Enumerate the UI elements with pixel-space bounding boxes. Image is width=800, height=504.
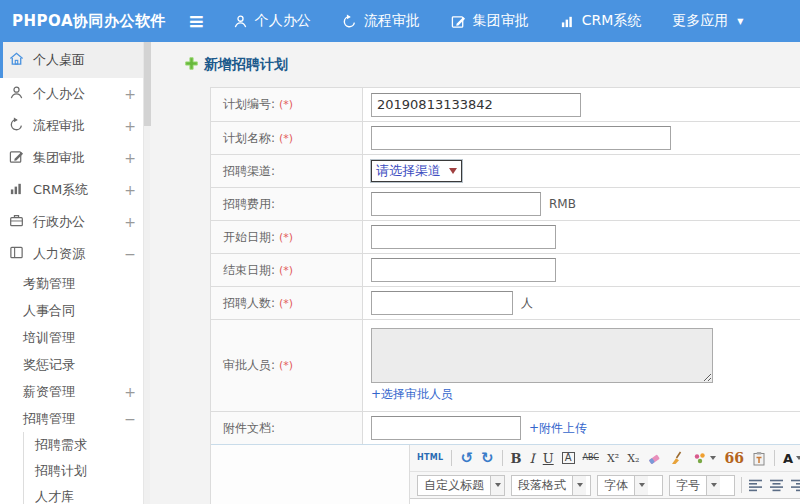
- sidebar-item-rewards[interactable]: 奖惩记录: [23, 351, 150, 378]
- undo-icon[interactable]: ↺: [460, 451, 473, 466]
- clean-format-brush-icon[interactable]: [670, 451, 685, 465]
- book-icon: [9, 245, 24, 263]
- required-mark: (*): [279, 132, 293, 145]
- scrollbar-thumb[interactable]: [144, 42, 151, 126]
- bar-chart-icon: [9, 181, 24, 199]
- align-right-icon[interactable]: [790, 479, 800, 492]
- sidebar-item-hr[interactable]: 人力资源 −: [0, 238, 150, 270]
- form-row: 计划编号: (*): [211, 88, 800, 121]
- form-row: 结束日期: (*): [211, 253, 800, 286]
- app-logo: PHPOA协同办公软件: [0, 12, 188, 31]
- paste-text-icon[interactable]: [752, 451, 766, 466]
- nav-label: 集团审批: [473, 12, 529, 30]
- html-source-button[interactable]: HTML: [417, 454, 443, 462]
- sidebar-item-attendance[interactable]: 考勤管理: [23, 270, 150, 297]
- superscript-button[interactable]: X²: [607, 453, 619, 464]
- field-label: 招聘人数:: [223, 295, 275, 312]
- sidebar-item-recruitment[interactable]: 招聘管理 −: [23, 405, 150, 432]
- field-label: 计划名称:: [223, 130, 275, 147]
- eraser-icon[interactable]: [647, 451, 662, 465]
- nav-label: 更多应用: [672, 12, 728, 30]
- nav-more-apps[interactable]: 更多应用 ▼: [672, 12, 743, 30]
- attachment-upload-link[interactable]: +附件上传: [529, 420, 587, 437]
- approver-textarea[interactable]: [371, 328, 713, 383]
- form-row-editor: HTML ↺ ↻ B I U A ABC X² X₂: [211, 444, 800, 504]
- subscript-button[interactable]: X₂: [627, 453, 639, 464]
- hamburger-menu-icon[interactable]: ≡: [188, 11, 205, 31]
- nav-group-approval[interactable]: 集团审批: [451, 12, 529, 30]
- sidebar-item-personal-office[interactable]: 个人办公 +: [0, 78, 150, 110]
- field-label: 结束日期:: [223, 262, 275, 279]
- caret-down-icon: [796, 456, 800, 460]
- fee-input[interactable]: [371, 192, 541, 216]
- sidebar-scrollbar[interactable]: [143, 42, 150, 504]
- editor-content-area[interactable]: [410, 499, 800, 504]
- required-mark: (*): [279, 231, 293, 244]
- rich-text-editor: HTML ↺ ↻ B I U A ABC X² X₂: [410, 445, 800, 504]
- start-date-input[interactable]: [371, 225, 556, 249]
- color-palette-icon[interactable]: [693, 452, 716, 465]
- sidebar-item-recruit-demand[interactable]: 招聘需求: [35, 432, 150, 458]
- bold-button[interactable]: B: [511, 452, 522, 465]
- sidebar-item-crm[interactable]: CRM系统 +: [0, 174, 150, 206]
- expand-icon[interactable]: +: [124, 86, 136, 102]
- expand-icon[interactable]: +: [124, 150, 136, 166]
- caret-down-icon: [572, 476, 586, 495]
- sidebar-item-process-approval[interactable]: 流程审批 +: [0, 110, 150, 142]
- recruitment-plan-form: 计划编号: (*) 计划名称: (*): [210, 87, 800, 504]
- align-left-icon[interactable]: [748, 479, 763, 492]
- sidebar-item-recruit-plan[interactable]: 招聘计划: [35, 458, 150, 484]
- unit-label: RMB: [549, 197, 576, 211]
- field-label: 计划编号:: [223, 96, 275, 113]
- sidebar-item-training[interactable]: 培训管理: [23, 324, 150, 351]
- sidebar-item-hr-contract[interactable]: 人事合同: [23, 297, 150, 324]
- expand-icon[interactable]: +: [124, 214, 136, 230]
- blockquote-button[interactable]: 66: [724, 451, 743, 465]
- expand-icon[interactable]: +: [124, 182, 136, 198]
- underline-button[interactable]: U: [543, 452, 554, 465]
- end-date-input[interactable]: [371, 258, 556, 282]
- sidebar-item-personal-desktop[interactable]: 个人桌面: [0, 42, 150, 78]
- custom-title-dropdown[interactable]: 自定义标题: [417, 475, 505, 496]
- form-row: 开始日期: (*): [211, 220, 800, 253]
- nav-label: 流程审批: [364, 12, 420, 30]
- nav-label: CRM系统: [582, 12, 642, 30]
- edit-icon: [9, 149, 24, 167]
- align-center-icon[interactable]: [769, 479, 784, 492]
- sidebar-item-talent-pool[interactable]: 人才库: [35, 484, 150, 504]
- nav-process-approval[interactable]: 流程审批: [342, 12, 420, 30]
- italic-button[interactable]: I: [530, 452, 535, 465]
- plan-name-input[interactable]: [371, 126, 671, 150]
- redo-icon[interactable]: ↻: [481, 451, 494, 466]
- plan-number-input[interactable]: [371, 93, 581, 117]
- sidebar-item-label: 行政办公: [33, 213, 85, 231]
- add-plus-icon: [185, 57, 198, 73]
- attachment-input[interactable]: [371, 416, 521, 440]
- paragraph-format-dropdown[interactable]: 段落格式: [511, 475, 591, 496]
- required-mark: (*): [279, 297, 293, 310]
- nav-personal-office[interactable]: 个人办公: [233, 12, 311, 30]
- sidebar-item-admin-office[interactable]: 行政办公 +: [0, 206, 150, 238]
- headcount-input[interactable]: [371, 291, 513, 315]
- border-text-button[interactable]: A: [562, 452, 575, 464]
- editor-toolbar-bottom: 自定义标题 段落格式 字体: [410, 472, 800, 499]
- caret-down-icon: [710, 456, 716, 460]
- select-approver-link[interactable]: +选择审批人员: [371, 386, 453, 403]
- required-mark: (*): [279, 98, 293, 111]
- expand-icon[interactable]: +: [124, 384, 136, 400]
- nav-crm[interactable]: CRM系统: [560, 12, 642, 30]
- expand-icon[interactable]: −: [124, 246, 136, 262]
- channel-select[interactable]: 请选择渠道: [371, 160, 462, 182]
- font-color-button[interactable]: A: [783, 452, 800, 465]
- expand-icon[interactable]: +: [124, 118, 136, 134]
- sidebar-item-salary[interactable]: 薪资管理 +: [23, 378, 150, 405]
- process-icon: [342, 14, 357, 29]
- strikethrough-button[interactable]: ABC: [583, 454, 599, 462]
- expand-icon[interactable]: −: [124, 411, 136, 427]
- sidebar-item-group-approval[interactable]: 集团审批 +: [0, 142, 150, 174]
- font-family-dropdown[interactable]: 字体: [597, 475, 663, 496]
- field-label: 附件文档:: [223, 420, 275, 437]
- briefcase-icon: [9, 213, 24, 231]
- form-row: 招聘人数: (*) 人: [211, 286, 800, 319]
- font-size-dropdown[interactable]: 字号: [669, 475, 735, 496]
